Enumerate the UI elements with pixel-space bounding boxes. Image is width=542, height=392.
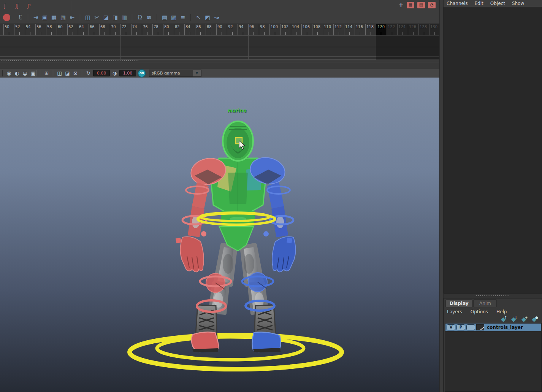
stack-curves-icon[interactable]: ▤ [161,14,168,21]
stack-curves-alt-icon[interactable]: ▨ [170,14,177,21]
gamma-icon[interactable]: ◑ [111,70,118,76]
ruler-frame-84[interactable]: 84 [184,24,195,36]
layer-move-down-icon[interactable]: ◆↓ [511,316,518,322]
breakdown-keys-alt-icon[interactable]: ▧ [60,14,67,21]
pan-tool-icon[interactable]: + [398,2,404,8]
snap-keys-magnet-icon[interactable]: Ω [136,14,143,21]
channel-box-empty[interactable] [444,7,542,294]
ruler-frame-54[interactable]: 54 [25,24,36,36]
menu-show[interactable]: Show [512,1,524,6]
ruler-frame-98[interactable]: 98 [259,24,270,36]
toolbar-grip[interactable] [2,70,3,76]
time-clock-icon[interactable]: ◔ [428,2,436,8]
ruler-frame-86[interactable]: 86 [195,24,206,36]
layer-list[interactable]: V P controls_layer [445,323,542,392]
copy-keys-icon[interactable]: ◫ [84,14,91,21]
wireframe-on-shaded-icon[interactable]: ◉ [6,70,12,76]
ruler-frame-92[interactable]: 92 [227,24,238,36]
ruler-frame-102[interactable]: 102 [280,24,291,36]
ruler-frame-62[interactable]: 62 [67,24,78,36]
euler-filter-icon[interactable]: Ɛ [17,14,24,21]
layer-color-swatch[interactable] [476,324,484,330]
ruler-frame-96[interactable]: 96 [248,24,259,36]
snapshot-icon[interactable]: ▣ [30,70,37,76]
ruler-frame-88[interactable]: 88 [206,24,217,36]
cut-keys-icon[interactable]: ✂ [94,14,100,21]
character-marine-rig[interactable] [0,78,439,392]
color-management-on-button[interactable]: ON [138,69,146,78]
gamma-field[interactable]: 1.00 [119,70,136,76]
delete-keys-icon[interactable]: ▥ [121,14,128,21]
track-rows[interactable] [0,35,439,60]
anim-curve-tab-icon[interactable]: ʃ [2,3,8,9]
breakdown-keys-icon[interactable]: ▦ [51,14,57,21]
layer-create-from-selected-icon[interactable]: ◆● [532,316,539,322]
ruler-frame-116[interactable]: 116 [355,24,366,36]
keyframe-spreadsheet-icon[interactable]: ▦ [407,2,414,8]
curve-select-tool-icon[interactable]: ↝ [213,14,220,21]
paste-keys-special-icon[interactable]: ◨ [112,14,119,21]
snap-settings-icon[interactable]: ≋ [146,14,152,21]
ruler-frame-82[interactable]: 82 [174,24,185,36]
smooth-shade-icon[interactable]: ◐ [14,70,20,76]
exposure-field[interactable]: 0.00 [93,70,110,76]
layer-playback-toggle[interactable]: P [456,324,465,330]
refresh-icon[interactable]: ↻ [85,70,92,76]
ruler-frame-78[interactable]: 78 [152,24,163,36]
ruler-frame-112[interactable]: 112 [333,24,344,36]
ruler-frame-72[interactable]: 72 [120,24,132,36]
retime-keys-forward-icon[interactable]: ⇥ [32,14,39,21]
panel-splitter[interactable] [444,294,542,298]
menu-object[interactable]: Object [490,1,505,6]
master-ground-control[interactable] [130,335,342,369]
ruler-frame-80[interactable]: 80 [163,24,174,36]
anim-curve-key-tab-icon[interactable]: ʃ¹ [26,3,33,9]
ruler-frame-90[interactable]: 90 [216,24,227,36]
ruler-frame-76[interactable]: 76 [142,24,153,36]
layer-menu-help[interactable]: Help [496,309,507,314]
lattice-deform-keys-icon[interactable]: ▣ [41,14,48,21]
ruler-frame-66[interactable]: 66 [89,24,100,36]
time-ruler[interactable]: 5052545658606264666870727476788082848688… [0,24,439,36]
select-keys-icon[interactable]: ↖ [195,14,202,21]
layer-row-controls-layer[interactable]: V P controls_layer [445,324,541,331]
menu-channels[interactable]: Channels [447,1,468,6]
layer-create-empty-icon[interactable]: ◆+ [521,316,528,322]
tab-display[interactable]: Display [445,299,472,307]
ruler-frame-56[interactable]: 56 [35,24,46,36]
layer-move-up-icon[interactable]: ◆↑ [501,316,508,322]
anim-curve-pair-tab-icon[interactable]: ʃʃ [14,3,21,9]
retime-keys-back-icon[interactable]: ⇤ [69,14,76,21]
marquee-select-icon[interactable]: ⊞ [43,70,50,76]
select-keys-alt-icon[interactable]: ◩ [204,14,211,21]
ruler-frame-114[interactable]: 114 [344,24,355,36]
paste-keys-icon[interactable]: ◪ [103,14,109,21]
ruler-frame-52[interactable]: 52 [14,24,25,36]
ruler-frame-58[interactable]: 58 [46,24,57,36]
tab-anim[interactable]: Anim [473,299,497,307]
ruler-frame-110[interactable]: 110 [323,24,334,36]
ruler-frame-74[interactable]: 74 [131,24,142,36]
record-stop-icon[interactable] [3,14,10,21]
layer-display-type-toggle[interactable] [466,324,475,330]
colorspace-dropdown[interactable]: sRGB gamma ▼ [149,70,201,77]
ruler-frame-64[interactable]: 64 [78,24,89,36]
layer-bars-icon[interactable]: ▤ [417,2,425,8]
slider-settings-icon[interactable]: ≡ [179,14,186,21]
ruler-frame-104[interactable]: 104 [291,24,302,36]
layer-visibility-toggle[interactable]: V [447,324,455,330]
textured-view-icon[interactable]: ◒ [22,70,28,76]
pencil-box-icon[interactable]: ⊠ [72,70,79,76]
ruler-frame-50[interactable]: 50 [3,24,14,36]
chevron-down-icon[interactable]: ▼ [193,70,201,76]
ruler-frame-118[interactable]: 118 [365,24,376,36]
layer-menu-layers[interactable]: Layers [447,309,462,314]
ruler-frame-68[interactable]: 68 [99,24,110,36]
ruler-frame-60[interactable]: 60 [57,24,68,36]
overlay-windows-icon[interactable]: ◫ [56,70,63,76]
ruler-frame-106[interactable]: 106 [301,24,312,36]
ruler-frame-94[interactable]: 94 [238,24,249,36]
menu-edit[interactable]: Edit [475,1,483,6]
overlay-windows-alt-icon[interactable]: ◪ [64,70,71,76]
ruler-frame-70[interactable]: 70 [110,24,121,36]
